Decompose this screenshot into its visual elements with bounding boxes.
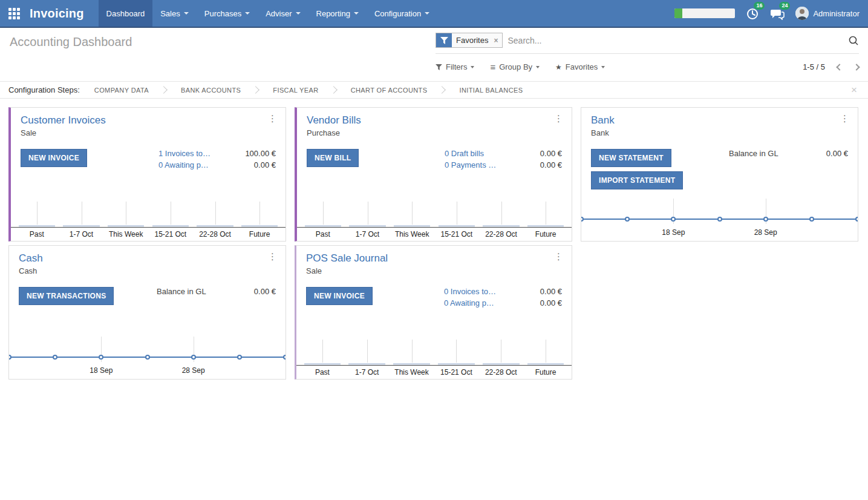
bar-slot (523, 337, 568, 365)
step-bank-accounts[interactable]: BANK ACCOUNTS (181, 87, 241, 94)
bar-tick (322, 340, 323, 363)
facet-label: Favorites (452, 33, 492, 47)
bar (439, 225, 475, 227)
new-bill-button[interactable]: NEW BILL (307, 149, 359, 167)
kebab-menu-icon[interactable]: ⋮ (266, 113, 279, 124)
card-subtitle: Bank (591, 128, 848, 137)
chevron-right-icon (330, 86, 338, 94)
card-body: NEW BILL 0 Draft bills 0.00 € 0 Payments… (307, 149, 562, 169)
close-icon[interactable]: × (849, 85, 860, 95)
step-initial-balances[interactable]: INITIAL BALANCES (459, 87, 523, 94)
bar (393, 363, 430, 365)
import-statement-button[interactable]: IMPORT STATEMENT (591, 171, 683, 189)
search-icon[interactable] (848, 35, 859, 46)
bar (108, 225, 144, 227)
bar-tick (171, 202, 171, 225)
apps-menu-icon[interactable] (8, 8, 20, 19)
bar-slot (478, 337, 523, 365)
x-axis-label: 1-7 Oct (345, 230, 390, 238)
top-navbar: Invoicing Dashboard Sales Purchases Advi… (0, 0, 868, 28)
bar-slot (148, 199, 193, 227)
activities-button[interactable]: 16 (746, 7, 759, 20)
balance-in-gl-label: Balance in GL (729, 150, 778, 158)
new-transactions-button[interactable]: NEW TRANSACTIONS (19, 287, 114, 305)
stat-amount: 0.00 € (254, 161, 276, 169)
card-title[interactable]: Cash (19, 252, 276, 265)
x-axis-label: 22-28 Oct (479, 230, 524, 238)
invoices-to-validate-link[interactable]: 0 Invoices to… (444, 288, 496, 296)
data-point-marker (671, 217, 676, 222)
control-panel: Accounting Dashboard Favorites × Filters (0, 28, 868, 81)
new-invoice-button[interactable]: NEW INVOICE (21, 149, 87, 167)
bar-slot (15, 199, 59, 227)
favorites-button[interactable]: ★ Favorites (555, 62, 605, 71)
card-title[interactable]: Customer Invoices (21, 114, 276, 127)
bar-tick (323, 202, 324, 225)
bar-slot (300, 337, 345, 365)
bar-slot (434, 337, 478, 365)
card-title[interactable]: POS Sale Journal (306, 252, 562, 265)
bar-tick (412, 202, 413, 225)
bar-slot (193, 199, 238, 227)
facet-remove-icon[interactable]: × (492, 33, 502, 47)
bar-slot (434, 199, 479, 227)
step-company-data[interactable]: COMPANY DATA (94, 87, 149, 94)
stat-line: Balance in GL 0.00 € (729, 150, 848, 158)
search-input[interactable] (503, 36, 848, 45)
user-menu[interactable]: Administrator (795, 7, 860, 20)
step-chart-of-accounts[interactable]: CHART OF ACCOUNTS (351, 87, 428, 94)
bar-chart: Past1-7 OctThis Week15-21 Oct22-28 OctFu… (296, 337, 572, 379)
filter-funnel-icon (436, 64, 442, 70)
messages-button[interactable]: 24 (770, 7, 785, 20)
bar-slot (390, 337, 434, 365)
navbar-menu: Dashboard Sales Purchases Adviser Report… (99, 0, 438, 27)
step-fiscal-year[interactable]: FISCAL YEAR (273, 87, 318, 94)
filters-button[interactable]: Filters (436, 62, 474, 71)
invoices-to-validate-link[interactable]: 1 Invoices to… (158, 150, 210, 158)
star-icon: ★ (555, 63, 562, 71)
navbar-right: 16 24 Administrator (674, 0, 868, 27)
nav-item-adviser[interactable]: Adviser (258, 0, 308, 27)
kebab-menu-icon[interactable]: ⋮ (266, 251, 279, 262)
chevron-down-icon (425, 12, 429, 15)
navbar-brand: Invoicing (0, 0, 99, 27)
x-axis-label: 18 Sep (662, 228, 685, 237)
card-bank: Bank Bank ⋮ NEW STATEMENT IMPORT STATEME… (581, 107, 858, 242)
nav-item-configuration[interactable]: Configuration (367, 0, 437, 27)
bar (152, 225, 189, 227)
card-title[interactable]: Bank (591, 114, 848, 127)
nav-item-dashboard[interactable]: Dashboard (99, 0, 153, 27)
nav-item-sales[interactable]: Sales (152, 0, 197, 27)
payments-link[interactable]: 0 Payments … (445, 161, 496, 169)
bar-tick (367, 340, 368, 363)
pager-previous-icon[interactable] (836, 64, 843, 70)
card-title[interactable]: Vendor Bills (307, 114, 562, 127)
pager-next-icon[interactable] (853, 64, 860, 70)
data-point-marker (855, 217, 858, 222)
search-facet-favorites: Favorites × (436, 33, 503, 48)
trial-gauge[interactable] (674, 8, 735, 18)
group-by-button[interactable]: ≡ Group By (490, 62, 540, 72)
draft-bills-link[interactable]: 0 Draft bills (445, 150, 484, 158)
new-statement-button[interactable]: NEW STATEMENT (591, 149, 671, 167)
configuration-steps-label: Configuration Steps: (8, 85, 80, 94)
nav-item-reporting[interactable]: Reporting (308, 0, 367, 27)
nav-item-purchases[interactable]: Purchases (197, 0, 258, 27)
kebab-menu-icon[interactable]: ⋮ (838, 113, 852, 124)
kebab-menu-icon[interactable]: ⋮ (552, 113, 566, 124)
stat-amount: 0.00 € (540, 161, 562, 169)
line-chart: 18 Sep28 Sep (9, 337, 286, 379)
x-axis-label: 15-21 Oct (148, 230, 193, 238)
kebab-menu-icon[interactable]: ⋮ (552, 251, 566, 262)
data-point-marker (581, 217, 584, 222)
bar (394, 225, 430, 227)
new-invoice-button[interactable]: NEW INVOICE (306, 287, 373, 305)
line-chart: 18 Sep28 Sep (581, 199, 858, 241)
stat-line: 0 Awaiting p… 0.00 € (158, 161, 276, 169)
awaiting-payments-link[interactable]: 0 Awaiting p… (158, 161, 209, 169)
awaiting-payments-link[interactable]: 0 Awaiting p… (444, 299, 494, 308)
pager: 1-5 / 5 (803, 62, 859, 71)
x-axis-label: Future (523, 230, 568, 238)
app-name[interactable]: Invoicing (30, 7, 84, 21)
bar-tick (501, 202, 502, 225)
